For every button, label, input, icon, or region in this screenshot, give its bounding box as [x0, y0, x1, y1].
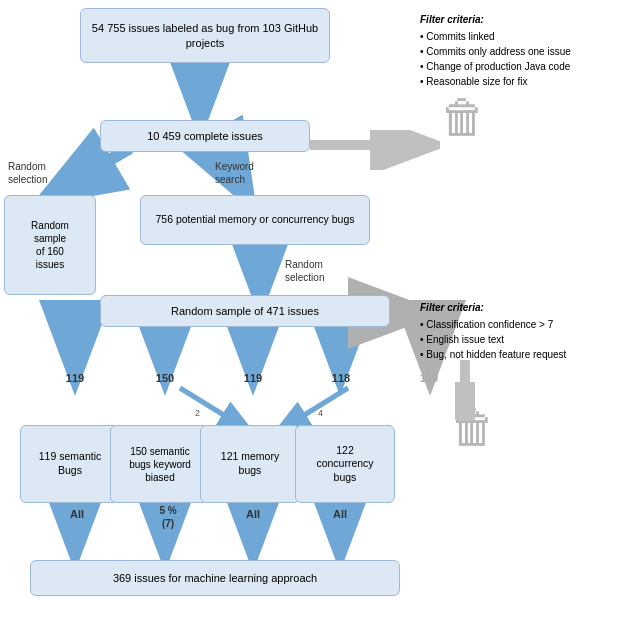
filter1-item-3: Change of production Java code: [420, 59, 635, 74]
box-semantic-bugs: 119 semantic Bugs: [20, 425, 120, 503]
filter1-list: Commits linked Commits only address one …: [420, 29, 635, 89]
filter2-item-3: Bug, not hidden feature request: [420, 347, 630, 362]
num-119-2: 119: [238, 372, 268, 384]
num-118: 118: [328, 372, 354, 384]
filter1-item-1: Commits linked: [420, 29, 635, 44]
label-all-2: All: [238, 508, 268, 520]
svg-line-10: [180, 388, 248, 430]
box-potential: 756 potential memory or concurrency bugs: [140, 195, 370, 245]
box-complete: 10 459 complete issues: [100, 120, 310, 152]
label-random-selection2: Randomselection: [285, 258, 324, 284]
diff-4: 4: [318, 408, 323, 418]
box-initial: 54 755 issues labeled as bug from 103 Gi…: [80, 8, 330, 63]
gray-arrow-2: [455, 360, 475, 420]
label-pct5: 5 % (7): [148, 504, 188, 530]
filter2-item-2: English issue text: [420, 332, 630, 347]
label-all-1: All: [62, 508, 92, 520]
gray-arrow-1: [310, 130, 440, 170]
filter1-title: Filter criteria:: [420, 12, 635, 27]
svg-line-11: [280, 388, 348, 430]
box-keyword-bugs: 150 semantic bugs keyword biased: [110, 425, 210, 503]
filter2-item-1: Classification confidence > 7: [420, 317, 630, 332]
filter2-title: Filter criteria:: [420, 300, 630, 315]
box-random160: Random sample of 160 issues: [4, 195, 96, 295]
filter1-item-2: Commits only address one issue: [420, 44, 635, 59]
num-150: 150: [150, 372, 180, 384]
label-keyword-search: Keywordsearch: [215, 160, 254, 186]
box-concurrency-bugs: 122 concurrency bugs: [295, 425, 395, 503]
trash-icon-1: 🗑: [440, 90, 486, 144]
filter2-list: Classification confidence > 7 English is…: [420, 317, 630, 362]
diagram: 54 755 issues labeled as bug from 103 Gi…: [0, 0, 640, 620]
svg-line-1: [50, 148, 130, 195]
box-memory-bugs: 121 memory bugs: [200, 425, 300, 503]
diff-2: 2: [195, 408, 200, 418]
box-random471: Random sample of 471 issues: [100, 295, 390, 327]
label-random-selection: Randomselection: [8, 160, 47, 186]
filter1-item-4: Reasonable size for fix: [420, 74, 635, 89]
box-final: 369 issues for machine learning approach: [30, 560, 400, 596]
filter-criteria-1: Filter criteria: Commits linked Commits …: [420, 12, 635, 89]
num-119-1: 119: [62, 372, 88, 384]
num-119-3: 119: [416, 372, 442, 384]
label-all-3: All: [325, 508, 355, 520]
filter-criteria-2: Filter criteria: Classification confiden…: [420, 300, 630, 362]
